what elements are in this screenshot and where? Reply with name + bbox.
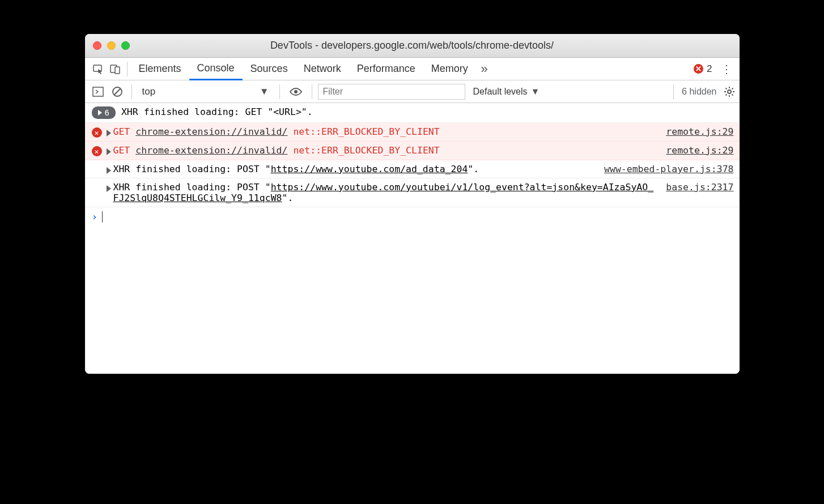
tab-network[interactable]: Network bbox=[296, 58, 349, 80]
console-error-message[interactable]: ✕ GET chrome-extension://invalid/ net::E… bbox=[85, 123, 740, 142]
error-count: 2 bbox=[707, 63, 712, 75]
device-toolbar-icon[interactable] bbox=[107, 61, 124, 78]
message-group-count[interactable]: 6 bbox=[92, 106, 116, 119]
chevron-down-icon: ▼ bbox=[260, 86, 269, 97]
log-levels-label: Default levels bbox=[473, 87, 528, 97]
expand-icon[interactable] bbox=[107, 130, 111, 136]
message-text: GET chrome-extension://invalid/ net::ERR… bbox=[113, 145, 657, 156]
expand-icon[interactable] bbox=[107, 148, 111, 155]
log-levels-selector[interactable]: Default levels ▼ bbox=[473, 87, 540, 97]
svg-rect-2 bbox=[115, 67, 120, 74]
chevron-down-icon: ▼ bbox=[531, 87, 540, 97]
svg-point-6 bbox=[294, 90, 298, 93]
titlebar: DevTools - developers.google.com/web/too… bbox=[85, 34, 740, 58]
traffic-lights bbox=[93, 41, 130, 50]
show-console-sidebar-icon[interactable] bbox=[90, 83, 107, 100]
console-message[interactable]: XHR finished loading: POST "https://www.… bbox=[85, 160, 740, 178]
resource-url[interactable]: chrome-extension://invalid/ bbox=[135, 126, 287, 137]
error-count-badge[interactable]: ✕ 2 bbox=[694, 63, 712, 75]
input-cursor bbox=[102, 211, 103, 223]
source-link[interactable]: remote.js:29 bbox=[666, 126, 733, 137]
message-text: GET chrome-extension://invalid/ net::ERR… bbox=[113, 126, 657, 137]
prompt-arrow-icon: › bbox=[92, 211, 98, 223]
devtools-window: DevTools - developers.google.com/web/too… bbox=[85, 34, 740, 374]
hidden-messages-count[interactable]: 6 hidden bbox=[682, 87, 716, 97]
live-expression-icon[interactable] bbox=[286, 87, 306, 96]
tab-memory[interactable]: Memory bbox=[423, 58, 476, 80]
clear-console-icon[interactable] bbox=[109, 83, 126, 100]
source-link[interactable]: remote.js:29 bbox=[666, 145, 733, 156]
console-message[interactable]: 6 XHR finished loading: GET "<URL>". bbox=[85, 103, 740, 123]
source-link[interactable]: www-embed-player.js:378 bbox=[604, 164, 733, 174]
tab-sources[interactable]: Sources bbox=[243, 58, 296, 80]
error-icon: ✕ bbox=[92, 146, 102, 156]
console-body: 6 XHR finished loading: GET "<URL>". ✕ G… bbox=[85, 103, 740, 374]
filter-input[interactable] bbox=[318, 84, 465, 100]
zoom-window-button[interactable] bbox=[121, 41, 130, 50]
console-prompt[interactable]: › bbox=[85, 207, 740, 226]
resource-url[interactable]: chrome-extension://invalid/ bbox=[135, 145, 287, 156]
console-settings-icon[interactable] bbox=[724, 86, 735, 97]
context-value: top bbox=[142, 86, 156, 97]
source-link[interactable]: base.js:2317 bbox=[666, 182, 733, 193]
tab-performance[interactable]: Performance bbox=[349, 58, 423, 80]
minimize-window-button[interactable] bbox=[107, 41, 116, 50]
message-text: XHR finished loading: POST "https://www.… bbox=[113, 164, 596, 174]
message-text: XHR finished loading: GET "<URL>". bbox=[121, 106, 734, 117]
resource-url[interactable]: https://www.youtube.com/ad_data_204 bbox=[271, 164, 468, 174]
main-tabs-row: Elements Console Sources Network Perform… bbox=[85, 58, 740, 80]
svg-line-5 bbox=[114, 88, 120, 95]
close-window-button[interactable] bbox=[93, 41, 101, 50]
tab-elements[interactable]: Elements bbox=[131, 58, 189, 80]
console-error-message[interactable]: ✕ GET chrome-extension://invalid/ net::E… bbox=[85, 142, 740, 160]
context-selector[interactable]: top ▼ bbox=[138, 85, 274, 99]
error-icon: ✕ bbox=[92, 127, 102, 138]
tab-console[interactable]: Console bbox=[189, 58, 243, 80]
console-message[interactable]: XHR finished loading: POST "https://www.… bbox=[85, 178, 740, 207]
more-tabs-icon[interactable]: » bbox=[476, 61, 493, 78]
more-options-icon[interactable]: ⋮ bbox=[718, 61, 735, 78]
window-title: DevTools - developers.google.com/web/too… bbox=[93, 40, 732, 52]
inspect-element-icon[interactable] bbox=[90, 61, 107, 78]
error-icon: ✕ bbox=[694, 64, 703, 74]
console-toolbar: top ▼ Default levels ▼ 6 hidden bbox=[85, 80, 740, 103]
svg-point-7 bbox=[728, 90, 731, 93]
message-text: XHR finished loading: POST "https://www.… bbox=[113, 182, 657, 203]
expand-icon bbox=[98, 110, 102, 116]
expand-icon[interactable] bbox=[107, 185, 111, 192]
expand-icon[interactable] bbox=[107, 167, 111, 174]
